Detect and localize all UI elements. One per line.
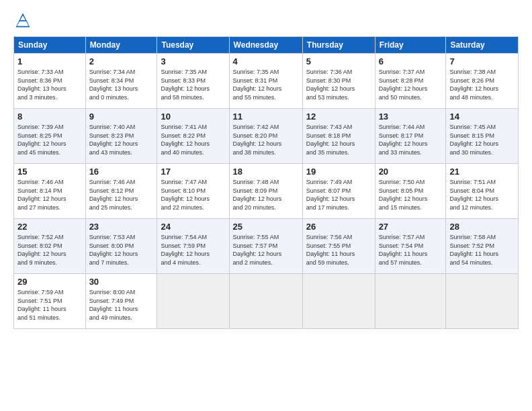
table-row: 4Sunrise: 7:35 AMSunset: 8:31 PMDaylight… [229,54,302,109]
table-row [157,274,229,329]
logo [13,11,35,30]
table-row: 16Sunrise: 7:46 AMSunset: 8:12 PMDayligh… [85,164,157,219]
page: Sunday Monday Tuesday Wednesday Thursday… [0,0,532,340]
col-thursday: Thursday [302,37,375,54]
col-tuesday: Tuesday [157,37,229,54]
day-number: 1 [17,56,82,66]
day-number: 18 [233,167,299,177]
col-sunday: Sunday [14,37,86,54]
day-number: 15 [17,167,82,177]
table-row: 15Sunrise: 7:46 AMSunset: 8:14 PMDayligh… [14,164,86,219]
day-info: Sunrise: 7:56 AMSunset: 7:55 PMDaylight:… [306,233,371,267]
day-number: 30 [89,277,154,287]
day-info: Sunrise: 7:35 AMSunset: 8:31 PMDaylight:… [233,68,299,101]
table-row: 27Sunrise: 7:57 AMSunset: 7:54 PMDayligh… [375,219,446,274]
day-number: 26 [306,222,371,232]
table-row: 26Sunrise: 7:56 AMSunset: 7:55 PMDayligh… [302,219,375,274]
table-row [375,274,446,329]
day-info: Sunrise: 7:54 AMSunset: 7:59 PMDaylight:… [161,233,225,267]
table-row: 11Sunrise: 7:42 AMSunset: 8:20 PMDayligh… [229,109,302,164]
table-row: 3Sunrise: 7:35 AMSunset: 8:33 PMDaylight… [157,54,229,109]
day-info: Sunrise: 7:42 AMSunset: 8:20 PMDaylight:… [233,123,299,156]
table-row: 19Sunrise: 7:49 AMSunset: 8:07 PMDayligh… [302,164,375,219]
day-info: Sunrise: 7:57 AMSunset: 7:54 PMDaylight:… [379,233,443,267]
day-info: Sunrise: 7:49 AMSunset: 8:07 PMDaylight:… [306,178,371,212]
header [13,11,519,30]
day-number: 8 [17,111,82,122]
calendar-week-row: 29Sunrise: 7:59 AMSunset: 7:51 PMDayligh… [14,274,519,329]
day-number: 29 [17,277,82,287]
day-number: 4 [233,56,299,66]
day-info: Sunrise: 7:38 AMSunset: 8:26 PMDaylight:… [449,68,515,101]
day-info: Sunrise: 7:36 AMSunset: 8:30 PMDaylight:… [306,68,371,101]
day-info: Sunrise: 7:35 AMSunset: 8:33 PMDaylight:… [161,68,225,101]
day-number: 13 [379,111,443,122]
day-info: Sunrise: 7:50 AMSunset: 8:05 PMDaylight:… [379,178,443,212]
calendar-week-row: 8Sunrise: 7:39 AMSunset: 8:25 PMDaylight… [14,109,519,164]
table-row: 28Sunrise: 7:58 AMSunset: 7:52 PMDayligh… [446,219,519,274]
day-number: 27 [379,222,443,232]
day-info: Sunrise: 7:40 AMSunset: 8:23 PMDaylight:… [89,123,154,156]
day-number: 3 [161,56,225,66]
day-number: 9 [89,111,154,122]
day-number: 14 [449,111,515,122]
calendar-header-row: Sunday Monday Tuesday Wednesday Thursday… [14,37,519,54]
day-number: 10 [161,111,225,122]
table-row: 1Sunrise: 7:33 AMSunset: 8:36 PMDaylight… [14,54,86,109]
day-info: Sunrise: 7:55 AMSunset: 7:57 PMDaylight:… [233,233,299,267]
table-row: 18Sunrise: 7:48 AMSunset: 8:09 PMDayligh… [229,164,302,219]
calendar-week-row: 22Sunrise: 7:52 AMSunset: 8:02 PMDayligh… [14,219,519,274]
day-info: Sunrise: 7:48 AMSunset: 8:09 PMDaylight:… [233,178,299,212]
table-row: 2Sunrise: 7:34 AMSunset: 8:34 PMDaylight… [85,54,157,109]
day-number: 12 [306,111,371,122]
day-info: Sunrise: 7:39 AMSunset: 8:25 PMDaylight:… [17,123,82,156]
day-number: 6 [379,56,443,66]
day-info: Sunrise: 7:34 AMSunset: 8:34 PMDaylight:… [89,68,154,101]
table-row [446,274,519,329]
table-row: 29Sunrise: 7:59 AMSunset: 7:51 PMDayligh… [14,274,86,329]
day-number: 23 [89,222,154,232]
table-row: 7Sunrise: 7:38 AMSunset: 8:26 PMDaylight… [446,54,519,109]
table-row: 17Sunrise: 7:47 AMSunset: 8:10 PMDayligh… [157,164,229,219]
table-row: 8Sunrise: 7:39 AMSunset: 8:25 PMDaylight… [14,109,86,164]
table-row: 12Sunrise: 7:43 AMSunset: 8:18 PMDayligh… [302,109,375,164]
day-number: 24 [161,222,225,232]
svg-rect-2 [19,20,27,21]
col-monday: Monday [85,37,157,54]
day-info: Sunrise: 7:53 AMSunset: 8:00 PMDaylight:… [89,233,154,267]
logo-icon [13,11,32,30]
day-info: Sunrise: 7:44 AMSunset: 8:17 PMDaylight:… [379,123,443,156]
table-row: 10Sunrise: 7:41 AMSunset: 8:22 PMDayligh… [157,109,229,164]
day-number: 25 [233,222,299,232]
day-number: 20 [379,167,443,177]
table-row: 22Sunrise: 7:52 AMSunset: 8:02 PMDayligh… [14,219,86,274]
day-info: Sunrise: 7:58 AMSunset: 7:52 PMDaylight:… [449,233,515,267]
col-friday: Friday [375,37,446,54]
table-row: 25Sunrise: 7:55 AMSunset: 7:57 PMDayligh… [229,219,302,274]
table-row [302,274,375,329]
day-number: 5 [306,56,371,66]
calendar-table: Sunday Monday Tuesday Wednesday Thursday… [13,36,519,329]
day-number: 28 [449,222,515,232]
table-row: 24Sunrise: 7:54 AMSunset: 7:59 PMDayligh… [157,219,229,274]
day-number: 2 [89,56,154,66]
table-row: 21Sunrise: 7:51 AMSunset: 8:04 PMDayligh… [446,164,519,219]
day-info: Sunrise: 7:41 AMSunset: 8:22 PMDaylight:… [161,123,225,156]
day-info: Sunrise: 7:52 AMSunset: 8:02 PMDaylight:… [17,233,82,267]
day-number: 11 [233,111,299,122]
col-wednesday: Wednesday [229,37,302,54]
day-number: 16 [89,167,154,177]
day-number: 21 [449,167,515,177]
day-number: 7 [449,56,515,66]
day-info: Sunrise: 7:59 AMSunset: 7:51 PMDaylight:… [17,288,82,322]
table-row: 5Sunrise: 7:36 AMSunset: 8:30 PMDaylight… [302,54,375,109]
col-saturday: Saturday [446,37,519,54]
day-info: Sunrise: 7:37 AMSunset: 8:28 PMDaylight:… [379,68,443,101]
calendar-week-row: 15Sunrise: 7:46 AMSunset: 8:14 PMDayligh… [14,164,519,219]
calendar-week-row: 1Sunrise: 7:33 AMSunset: 8:36 PMDaylight… [14,54,519,109]
day-info: Sunrise: 7:51 AMSunset: 8:04 PMDaylight:… [449,178,515,212]
day-info: Sunrise: 7:33 AMSunset: 8:36 PMDaylight:… [17,68,82,101]
day-info: Sunrise: 7:46 AMSunset: 8:14 PMDaylight:… [17,178,82,212]
day-number: 22 [17,222,82,232]
table-row: 30Sunrise: 8:00 AMSunset: 7:49 PMDayligh… [85,274,157,329]
